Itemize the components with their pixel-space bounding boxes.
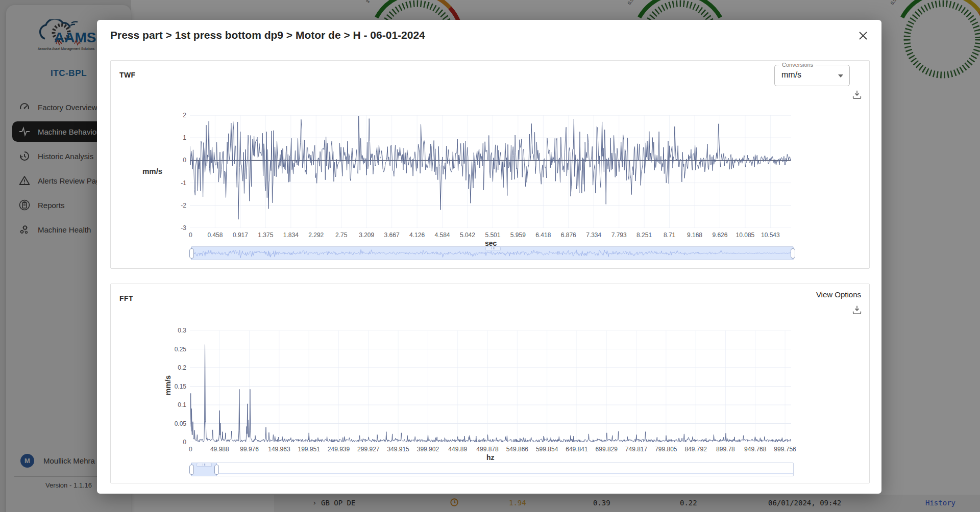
twf-brush-grip[interactable] [485,246,501,250]
x-tick-label: 7.334 [586,232,601,239]
fft-chart-canvas[interactable] [190,330,791,442]
twf-panel-title: TWF [119,71,136,79]
x-tick-label: 149.963 [268,446,290,453]
x-tick-label: 2.292 [308,232,324,239]
conversions-select[interactable]: Conversions mm/s [774,65,850,86]
y-tick-label: 0.2 [167,364,186,371]
x-tick-label: 99.976 [240,446,259,453]
y-tick-label: 2 [167,112,186,119]
conversions-select-label: Conversions [779,62,816,68]
y-tick-label: 1 [167,134,186,141]
x-tick-label: 2.75 [335,232,347,239]
x-tick-label: 799.805 [655,446,677,453]
fft-brush-baseline [191,463,793,476]
x-tick-label: 5.501 [485,232,500,239]
y-tick-label: 0 [167,439,186,446]
x-tick-label: 49.988 [210,446,229,453]
chevron-down-icon [838,74,843,78]
x-tick-label: 449.89 [448,446,467,453]
x-tick-label: 949.768 [744,446,766,453]
twf-chart-canvas[interactable] [190,115,791,228]
download-button[interactable] [851,89,863,100]
x-tick-label: 4.126 [409,232,425,239]
fft-brush-handle-left[interactable] [189,465,194,475]
fft-brush[interactable] [191,463,794,476]
fft-x-axis-label: hz [486,453,495,462]
y-tick-label: 0 [167,157,186,164]
x-tick-label: 749.817 [625,446,647,453]
app-root: 3 0.5 0.5 0.7 De [0,0,980,512]
x-tick-label: 1.834 [283,232,299,239]
close-icon [858,31,868,41]
twf-panel: TWF Conversions mm/s mm/s 210-1-2-3 00.4… [110,60,870,269]
x-tick-label: 6.876 [561,232,576,239]
x-tick-label: 4.584 [434,232,450,239]
measurement-detail-modal: Press part > 1st press bottom dp9 > Moto… [97,20,881,494]
x-tick-label: 849.792 [684,446,706,453]
modal-title: Press part > 1st press bottom dp9 > Moto… [110,29,425,41]
x-tick-label: 349.915 [387,446,409,453]
y-tick-label: 0.1 [167,401,186,408]
download-button[interactable] [851,304,863,316]
fft-panel: FFT View Options mm/s 0.30.250.20.150.10… [110,284,870,483]
x-tick-label: 499.878 [476,446,498,453]
view-options-button[interactable]: View Options [816,290,861,299]
x-tick-label: 5.042 [460,232,475,239]
x-tick-label: 0 [189,232,192,239]
fft-brush-grip[interactable] [197,463,212,467]
x-tick-label: 8.71 [664,232,675,239]
x-tick-label: 9.626 [712,232,727,239]
x-tick-label: 699.829 [596,446,618,453]
y-tick-label: 0.05 [167,420,186,427]
y-tick-label: 0.25 [167,346,186,353]
x-tick-label: 599.854 [536,446,558,453]
x-tick-label: 9.168 [687,232,702,239]
y-tick-label: 0.3 [167,327,186,334]
x-tick-label: 999.756 [774,446,796,453]
fft-brush-handle-right[interactable] [214,465,219,475]
x-tick-label: 5.959 [510,232,526,239]
x-tick-label: 7.793 [611,232,627,239]
x-tick-label: 0 [189,446,192,453]
x-tick-label: 549.866 [506,446,528,453]
x-tick-label: 3.209 [359,232,374,239]
x-tick-label: 199.951 [298,446,320,453]
x-tick-label: 899.78 [716,446,735,453]
fft-panel-title: FFT [119,294,133,302]
close-button[interactable] [855,28,871,43]
y-tick-label: -2 [167,202,186,209]
y-tick-label: 0.15 [167,383,186,390]
x-tick-label: 8.251 [636,232,652,239]
y-tick-label: -3 [167,224,186,232]
x-tick-label: 249.939 [328,446,350,453]
conversions-select-value: mm/s [781,70,801,80]
x-tick-label: 10.543 [761,232,780,239]
x-tick-label: 10.085 [736,232,755,239]
x-tick-label: 0.917 [233,232,248,239]
x-tick-label: 399.902 [417,446,439,453]
y-tick-label: -1 [167,180,186,187]
twf-y-axis-label: mm/s [142,167,162,175]
x-tick-label: 299.927 [357,446,379,453]
x-tick-label: 0.458 [207,232,223,239]
twf-brush-handle-right[interactable] [791,248,795,259]
x-tick-label: 649.841 [566,446,587,453]
twf-brush-handle-left[interactable] [189,248,194,259]
twf-brush[interactable] [191,246,794,260]
x-tick-label: 3.667 [384,232,400,239]
x-tick-label: 6.418 [535,232,551,239]
x-tick-label: 1.375 [258,232,273,239]
